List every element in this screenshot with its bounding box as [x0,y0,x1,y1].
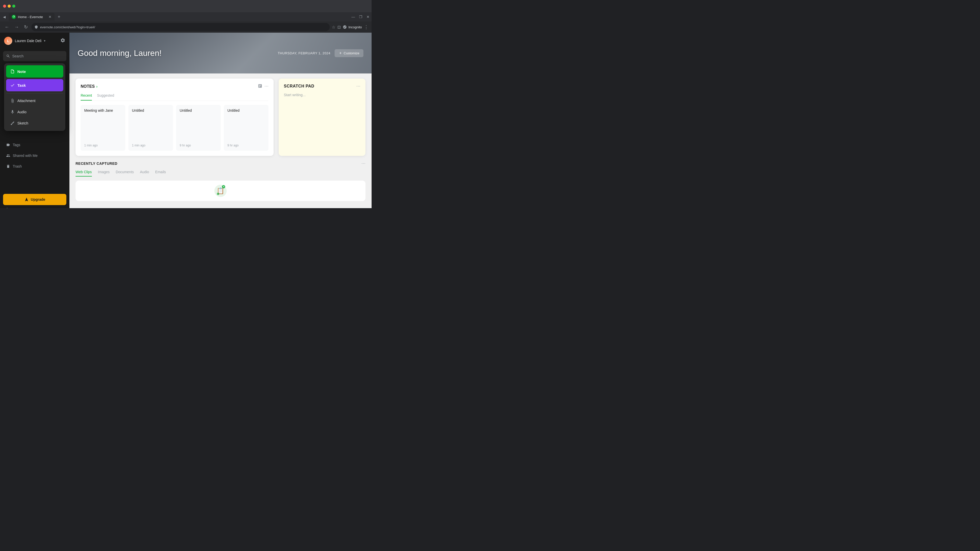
scratch-pad-title: SCRATCH PAD [284,84,314,89]
help-label: Need a little help? [11,208,38,208]
search-bar[interactable]: Search [3,51,66,61]
customize-btn[interactable]: Customize [334,49,363,57]
notes-add-btn[interactable] [258,84,262,89]
note-card-0[interactable]: Meeting with Jane 1 min ago [81,105,125,151]
capture-content-area: 📋 ★ [76,181,366,201]
scratch-pad-input[interactable]: Start writing... [284,93,306,97]
sidebar: L Lauren Dale Deli ▾ Search Note Task [0,33,69,208]
main-content: Good morning, Lauren! THURSDAY, FEBRUARY… [69,33,372,208]
incognito-label: Incognito [348,25,362,29]
back-history-btn[interactable]: ◀ [2,14,6,20]
minimize-btn[interactable]: — [352,15,355,19]
tab-recent[interactable]: Recent [81,94,92,100]
scratch-pad-more-btn[interactable]: ⋯ [356,84,360,89]
maximize-window-btn[interactable] [12,5,15,8]
user-profile[interactable]: L Lauren Dale Deli ▾ [4,37,45,45]
close-window-btn[interactable] [3,5,6,8]
nav-bar: ← → ↻ evernote.com/client/web?login=true… [0,21,372,33]
sidebar-footer: Upgrade Need a little help? [0,191,69,208]
sketch-btn-label: Sketch [18,121,28,125]
sidebar-item-trash[interactable]: Trash [2,161,67,171]
notes-tabs: Recent Suggested [81,94,269,101]
notes-more-btn[interactable]: ⋯ [264,84,269,89]
customize-icon [339,51,342,55]
bookmark-btn[interactable]: ☆ [332,25,335,30]
note-card-2[interactable]: Untitled 9 hr ago [176,105,221,151]
task-check-icon [10,83,15,87]
capture-tab-documents[interactable]: Documents [116,170,134,176]
notes-title: NOTES [81,84,95,89]
username-label: Lauren Dale Deli [15,39,41,43]
scratch-pad: SCRATCH PAD ⋯ Start writing... [279,79,366,156]
note-title-3: Untitled [228,108,265,113]
audio-btn[interactable]: Audio [6,106,63,118]
address-bar[interactable]: evernote.com/client/web?login=true#/ [32,23,330,31]
sidebar-item-tags[interactable]: Tags [2,140,67,150]
note-btn[interactable]: Note [6,65,63,78]
tab-close-btn[interactable]: ✕ [48,15,52,19]
capture-tab-emails[interactable]: Emails [155,170,166,176]
chevron-down-icon: ▾ [44,39,45,43]
date-customize-area: THURSDAY, FEBRUARY 1, 2024 Customize [278,49,363,57]
tab-bar: ◀ Home - Evernote ✕ + — ❐ ✕ [0,12,372,21]
tab-evernote-home[interactable]: Home - Evernote ✕ [9,13,55,21]
svg-text:★: ★ [223,186,224,188]
secure-icon [35,25,38,29]
note-time-0: 1 min ago [84,144,122,147]
new-item-dropdown: Note Task Attachment Audio Sketch [4,63,65,131]
capture-tab-images[interactable]: Images [98,170,110,176]
notes-card-actions: ⋯ [258,84,269,89]
settings-btn[interactable] [60,38,65,44]
upgrade-label: Upgrade [31,197,45,202]
help-icon [5,208,9,208]
capture-tab-audio[interactable]: Audio [140,170,149,176]
more-menu-btn[interactable]: ⋮ [364,24,369,30]
incognito-badge: Incognito [343,25,362,29]
sidebar-header: L Lauren Dale Deli ▾ [0,33,69,49]
sketch-icon [10,121,15,125]
upgrade-btn[interactable]: Upgrade [3,194,66,205]
back-btn[interactable]: ← [3,23,11,32]
upgrade-icon [24,197,29,202]
task-btn[interactable]: Task [6,79,63,91]
greeting-text: Good morning, Lauren! [78,48,162,58]
minimize-window-btn[interactable] [8,5,11,8]
new-tab-btn[interactable]: + [56,13,62,21]
note-time-1: 1 min ago [132,144,169,147]
attachment-btn[interactable]: Attachment [6,95,63,106]
close-btn[interactable]: ✕ [366,15,369,19]
shared-icon [6,154,10,158]
notes-card: NOTES › ⋯ Recent Suggested [76,79,274,156]
recently-captured-more-btn[interactable]: ⋯ [361,161,366,166]
avatar: L [4,37,12,45]
forward-btn[interactable]: → [13,23,21,32]
notes-arrow-icon: › [96,84,97,89]
note-title-0: Meeting with Jane [84,108,122,113]
scratch-pad-header: SCRATCH PAD ⋯ [284,84,360,89]
reader-btn[interactable]: ⊡ [337,25,341,30]
reload-btn[interactable]: ↻ [22,23,29,32]
sidebar-item-shared[interactable]: Shared with Me [2,151,67,161]
notes-title-link[interactable]: NOTES › [81,84,97,89]
note-card-1[interactable]: Untitled 1 min ago [128,105,173,151]
tab-favicon [12,15,16,19]
note-btn-label: Note [18,69,26,74]
sidebar-nav: Tags Shared with Me Trash [0,137,69,191]
tab-title: Home - Evernote [18,15,43,19]
note-time-3: 9 hr ago [228,144,265,147]
sketch-btn[interactable]: Sketch [6,118,63,129]
help-item[interactable]: Need a little help? [3,205,66,208]
capture-tabs: Web Clips Images Documents Audio Emails [76,170,366,176]
notes-grid: Meeting with Jane 1 min ago Untitled 1 m… [81,105,269,151]
svg-point-4 [217,192,220,195]
recently-captured-header: RECENTLY CAPTURED ⋯ [76,161,366,166]
audio-icon [10,110,15,114]
capture-tab-webclips[interactable]: Web Clips [76,170,92,176]
attachment-btn-label: Attachment [18,99,35,103]
restore-btn[interactable]: ❐ [359,15,363,19]
hero-section: Good morning, Lauren! THURSDAY, FEBRUARY… [69,33,372,73]
tab-suggested[interactable]: Suggested [97,94,114,100]
note-time-2: 9 hr ago [180,144,217,147]
note-card-3[interactable]: Untitled 9 hr ago [224,105,269,151]
task-btn-label: Task [18,83,26,87]
